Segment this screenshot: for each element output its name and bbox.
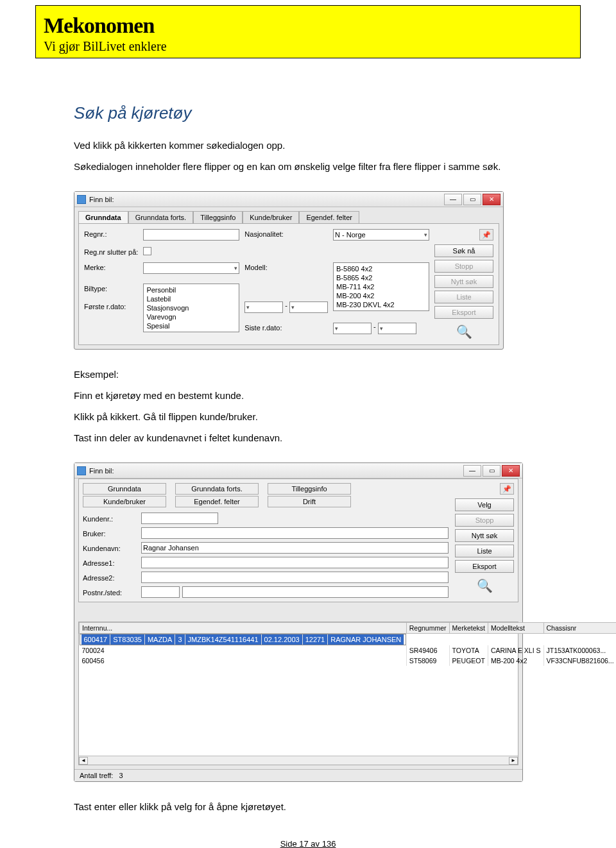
horizontal-scrollbar[interactable]: ◄ ► [79, 756, 518, 765]
close-button[interactable]: ✕ [502, 465, 520, 477]
stopp-button[interactable]: Stopp [455, 514, 514, 527]
window-title: Finn bil: [89, 196, 114, 203]
col-regnummer[interactable]: Regnummer [406, 623, 449, 634]
table-row[interactable]: 600456ST58069PEUGEOTMB-200 4x2VF33CNFUB8… [80, 656, 617, 666]
table-empty-area [79, 666, 518, 756]
adresse2-input[interactable] [141, 572, 449, 583]
sok-na-button[interactable]: Søk nå [434, 244, 493, 257]
brand-banner: Mekonomen Vi gjør BilLivet enklere [35, 5, 581, 58]
eksport-button[interactable]: Eksport [455, 560, 514, 573]
tab-kunde-bruker[interactable]: Kunde/bruker [243, 211, 299, 223]
magnify-icon[interactable]: 🔍 [455, 578, 514, 593]
forste-to-select[interactable] [289, 301, 328, 313]
results-table: Internnu... Regnummer Merketekst Modellt… [78, 622, 518, 765]
forste-from-select[interactable] [244, 301, 283, 313]
kundenr-input[interactable] [141, 513, 218, 524]
minimize-button[interactable]: — [463, 465, 481, 477]
col-chassisnr[interactable]: Chassisnr [543, 623, 616, 634]
maximize-button[interactable]: ▭ [463, 194, 481, 205]
postnr-input[interactable] [141, 586, 180, 598]
liste-button[interactable]: Liste [434, 291, 493, 303]
nasjonalitet-select[interactable]: N - Norge [333, 229, 429, 241]
app-icon [77, 466, 86, 475]
dialog-finn-bil-1: Finn bil: — ▭ ✕ Grunndata Grunndata fort… [74, 191, 504, 350]
titlebar-2: Finn bil: — ▭ ✕ [74, 463, 522, 479]
regslutter-checkbox[interactable] [143, 247, 151, 255]
scroll-left-icon[interactable]: ◄ [79, 757, 88, 765]
tab-egendef-felter[interactable]: Egendef. felter [175, 496, 259, 507]
page-heading: Søk på kjøretøy [74, 103, 542, 123]
biltype-listbox[interactable]: Personbil Lastebil Stasjonsvogn Varevogn… [143, 284, 239, 332]
table-row[interactable]: 600417ST83035MAZDA3JMZBK14Z54111644102.1… [80, 634, 407, 645]
tab-tilleggsinfo[interactable]: Tilleggsinfo [193, 211, 243, 223]
label-regnr: Regnr.: [84, 229, 138, 238]
col-internnu[interactable]: Internnu... [80, 623, 407, 634]
tab-kunde-bruker[interactable]: Kunde/bruker [83, 496, 166, 507]
paragraph-5: Tast inn deler av kundenavnet i feltet k… [74, 431, 542, 445]
tab-grunndata[interactable]: Grunndata [83, 483, 166, 495]
window-title-2: Finn bil: [89, 467, 114, 475]
stopp-button[interactable]: Stopp [434, 260, 493, 273]
titlebar: Finn bil: — ▭ ✕ [74, 192, 503, 207]
tab-drift[interactable]: Drift [268, 496, 351, 507]
paragraph-4: Klikk på kikkert. Gå til flippen kunde/b… [74, 410, 542, 423]
tab-grunndata-forts[interactable]: Grunndata forts. [128, 211, 194, 223]
dialog-finn-bil-2: Finn bil: — ▭ ✕ Grunndata Grunndata fort… [74, 462, 523, 782]
merke-select[interactable] [143, 262, 239, 274]
status-label: Antall treff: [80, 772, 113, 779]
nytt-sok-button[interactable]: Nytt søk [455, 529, 514, 542]
siste-to-select[interactable] [378, 323, 416, 334]
eksport-button[interactable]: Eksport [434, 306, 493, 319]
label-regslutter: Reg.nr slutter på: [84, 247, 138, 256]
table-row[interactable]: 700024SR49406TOYOTACARINA E XLI SJT153AT… [80, 645, 617, 656]
label-kundenr: Kundenr.: [83, 514, 137, 523]
tab-grunndata-forts[interactable]: Grunndata forts. [175, 483, 259, 495]
paragraph-1: Ved klikk på kikkerten kommer søkedialog… [74, 139, 542, 152]
label-adresse2: Adresse2: [83, 573, 137, 582]
minimize-button[interactable]: — [444, 194, 462, 205]
label-merke: Merke: [84, 262, 138, 271]
tabstrip: Grunndata Grunndata forts. Tilleggsinfo … [78, 211, 499, 223]
brand-name: Mekonomen [44, 13, 572, 38]
velg-button[interactable]: Velg [455, 498, 514, 511]
sted-input[interactable] [182, 586, 449, 598]
tab-grunndata[interactable]: Grunndata [78, 211, 128, 223]
scroll-right-icon[interactable]: ► [509, 757, 518, 765]
paragraph-2: Søkedialogen inneholder flere flipper og… [74, 160, 542, 173]
paragraph-3: Finn et kjøretøy med en bestemt kunde. [74, 389, 542, 402]
status-bar: Antall treff: 3 [74, 769, 522, 781]
kundenavn-input[interactable] [141, 542, 449, 554]
pin-icon[interactable]: 📌 [479, 229, 493, 241]
page-footer: Side 17 av 136 [74, 839, 542, 848]
label-forste-rdato: Første r.dato: [84, 301, 138, 310]
tab-egendef-felter[interactable]: Egendef. felter [299, 211, 359, 223]
paragraph-6: Tast enter eller klikk på velg for å åpn… [74, 800, 542, 813]
close-button[interactable]: ✕ [483, 194, 501, 205]
col-merketekst[interactable]: Merketekst [449, 623, 488, 634]
brand-tagline: Vi gjør BilLivet enklere [44, 39, 572, 54]
status-count: 3 [119, 772, 123, 779]
bruker-input[interactable] [141, 527, 449, 539]
tab-tilleggsinfo[interactable]: Tilleggsinfo [268, 483, 351, 495]
maximize-button[interactable]: ▭ [483, 465, 501, 477]
pin-icon[interactable]: 📌 [500, 483, 514, 495]
page-content: Søk på kjøretøy Ved klikk på kikkerten k… [0, 58, 616, 848]
magnify-icon[interactable]: 🔍 [434, 324, 493, 339]
tabstrip-2: Grunndata Grunndata forts. Tilleggsinfo … [83, 483, 449, 507]
liste-button[interactable]: Liste [455, 545, 514, 557]
label-biltype: Biltype: [84, 284, 138, 293]
label-modell: Modell: [244, 262, 328, 271]
regnr-input[interactable] [143, 229, 239, 241]
eksempel-label: Eksempel: [74, 368, 542, 381]
label-siste-rdato: Siste r.dato: [244, 323, 328, 332]
modell-listbox[interactable]: B-5860 4x2 B-5865 4x2 MB-711 4x2 MB-200 … [333, 262, 429, 311]
nytt-sok-button[interactable]: Nytt søk [434, 275, 493, 288]
col-modelltekst[interactable]: Modelltekst [488, 623, 543, 634]
label-nasjonalitet: Nasjonalitet: [244, 229, 328, 238]
label-bruker: Bruker: [83, 529, 137, 538]
siste-from-select[interactable] [333, 323, 372, 334]
adresse1-input[interactable] [141, 557, 449, 568]
label-postnr-sted: Postnr./sted: [83, 588, 137, 597]
label-kundenavn: Kundenavn: [83, 543, 137, 552]
app-icon [77, 195, 86, 204]
